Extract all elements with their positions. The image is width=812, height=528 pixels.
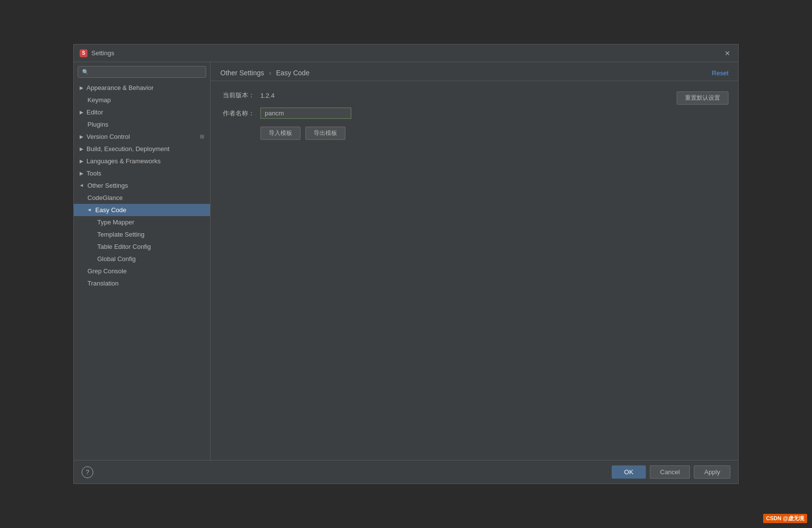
breadcrumb: Other Settings › Easy Code (220, 69, 309, 77)
import-template-button[interactable]: 导入模板 (260, 127, 300, 140)
content-body: 当前版本： 1.2.4 作者名称： 导入模板 导出模板 重置默认设置 (211, 81, 738, 460)
export-template-button[interactable]: 导出模板 (305, 127, 345, 140)
arrow-icon: ▶ (80, 110, 84, 115)
sidebar-item-build[interactable]: ▶ Build, Execution, Deployment (74, 143, 210, 155)
help-button[interactable]: ? (82, 466, 93, 478)
arrow-open-icon: ▼ (79, 183, 85, 188)
search-input[interactable] (92, 68, 202, 75)
sidebar-item-keymap[interactable]: Keymap (74, 94, 210, 106)
content-header: Other Settings › Easy Code Reset (211, 62, 738, 81)
author-row: 作者名称： (220, 108, 728, 119)
close-button[interactable]: ✕ (723, 48, 732, 58)
sidebar-item-version-control[interactable]: ▶ Version Control ⊞ (74, 131, 210, 143)
sidebar-item-other-settings[interactable]: ▼ Other Settings (74, 179, 210, 192)
vc-icon: ⊞ (200, 133, 204, 140)
sidebar-item-global-config[interactable]: Global Config (74, 253, 210, 265)
template-buttons-row: 导入模板 导出模板 (260, 127, 728, 140)
arrow-open-icon: ▼ (87, 208, 92, 213)
reset-button[interactable]: Reset (712, 69, 728, 77)
sidebar: 🔍 ▶ Appearance & Behavior Keymap ▶ Edito… (74, 62, 211, 460)
version-value: 1.2.4 (260, 92, 275, 99)
apply-button[interactable]: Apply (694, 465, 730, 479)
dialog-body: 🔍 ▶ Appearance & Behavior Keymap ▶ Edito… (74, 62, 738, 460)
cancel-button[interactable]: Cancel (650, 465, 690, 479)
author-input[interactable] (260, 108, 351, 119)
title-bar: S Settings ✕ (74, 44, 738, 62)
reset-defaults-button[interactable]: 重置默认设置 (677, 91, 728, 105)
arrow-icon: ▶ (80, 146, 84, 152)
sidebar-item-editor[interactable]: ▶ Editor (74, 106, 210, 118)
sidebar-item-translation[interactable]: Translation (74, 277, 210, 289)
sidebar-item-tools[interactable]: ▶ Tools (74, 167, 210, 179)
sidebar-item-appearance[interactable]: ▶ Appearance & Behavior (74, 82, 210, 94)
ok-button[interactable]: OK (612, 465, 646, 479)
search-icon: 🔍 (82, 69, 89, 75)
search-box[interactable]: 🔍 (78, 66, 206, 78)
app-icon: S (80, 49, 87, 57)
watermark: CSDN @虚无境 (763, 514, 807, 523)
sidebar-item-type-mapper[interactable]: Type Mapper (74, 216, 210, 228)
sidebar-item-languages[interactable]: ▶ Languages & Frameworks (74, 155, 210, 167)
sidebar-item-plugins[interactable]: Plugins (74, 118, 210, 131)
arrow-icon: ▶ (80, 134, 84, 139)
version-label: 当前版本： (220, 91, 255, 100)
sidebar-item-template-setting[interactable]: Template Setting (74, 228, 210, 241)
sidebar-item-codeglance[interactable]: CodeGlance (74, 192, 210, 204)
arrow-icon: ▶ (80, 171, 84, 176)
version-row: 当前版本： 1.2.4 (220, 91, 728, 100)
author-label: 作者名称： (220, 109, 255, 118)
sidebar-item-easy-code[interactable]: ▼ Easy Code (74, 204, 210, 216)
bottom-buttons: OK Cancel Apply (612, 465, 730, 479)
arrow-icon: ▶ (80, 85, 84, 90)
dialog-title: Settings (91, 49, 114, 57)
sidebar-item-grep-console[interactable]: Grep Console (74, 265, 210, 277)
arrow-icon: ▶ (80, 158, 84, 164)
main-content: Other Settings › Easy Code Reset 当前版本： 1… (211, 62, 738, 460)
settings-dialog: S Settings ✕ 🔍 ▶ Appearance & Behavior K… (73, 44, 739, 484)
bottom-bar: ? OK Cancel Apply (74, 460, 738, 484)
sidebar-item-table-editor-config[interactable]: Table Editor Config (74, 241, 210, 253)
